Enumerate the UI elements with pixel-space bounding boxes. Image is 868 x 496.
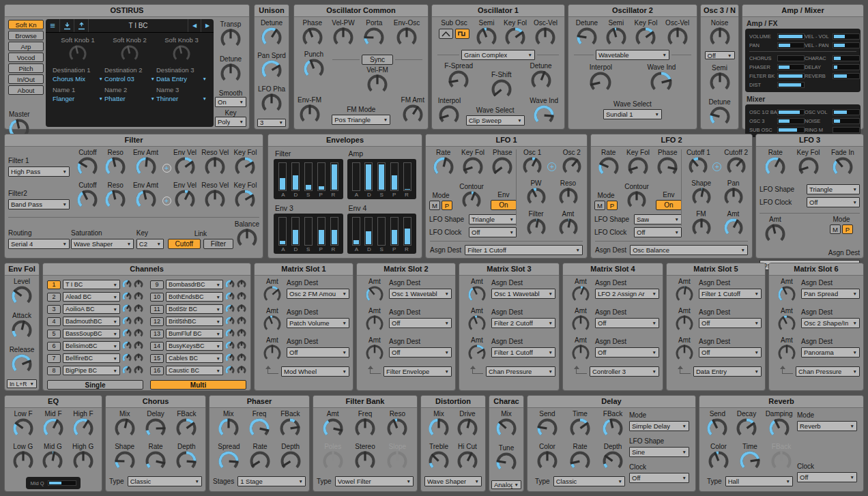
- env-stage-slider[interactable]: [304, 162, 313, 191]
- channel-pan-knob[interactable]: [134, 366, 143, 375]
- channel-patch-select[interactable]: BassSoupBC▼: [63, 329, 120, 338]
- channel-patch-select[interactable]: Caustic BC▼: [166, 366, 223, 375]
- knob-mid-f[interactable]: Mid F: [43, 410, 63, 439]
- phaser-stages-select[interactable]: 1 Stage▼: [237, 476, 306, 486]
- mod-source-select[interactable]: Chan Pressure▼: [486, 366, 555, 377]
- env-stage-slider[interactable]: [390, 162, 399, 191]
- channel-number-button[interactable]: 11: [150, 305, 164, 314]
- channel-volume-knob[interactable]: [225, 341, 235, 351]
- knob-osc3-semi[interactable]: Semi: [710, 64, 730, 93]
- knob-low-g[interactable]: Low G: [13, 443, 33, 471]
- asgn-dest-select[interactable]: Off▼: [699, 318, 762, 328]
- knob-pan-spread[interactable]: Pan Sprd: [257, 52, 286, 81]
- mid-q-slider[interactable]: [48, 480, 76, 486]
- routing-select[interactable]: Serial 4▼: [8, 239, 70, 249]
- channel-number-button[interactable]: 15: [150, 354, 164, 363]
- soft-dest-select[interactable]: Control 03▼: [104, 75, 155, 83]
- knob-matrix-amt[interactable]: Amt: [258, 336, 287, 362]
- asgn-dest-select[interactable]: Osc 1 Wavetabl▼: [491, 289, 555, 299]
- knob-reso-vel[interactable]: Reso Vel: [201, 181, 229, 210]
- knob-hi-cut[interactable]: Hi Cut: [457, 443, 478, 471]
- knob-env-osc[interactable]: Env-Osc: [394, 19, 420, 48]
- lfo1-env-on-button[interactable]: On: [491, 200, 517, 210]
- channel-patch-select[interactable]: BelisimoBC▼: [63, 341, 120, 351]
- knob-interpol[interactable]: Interpol: [590, 63, 612, 93]
- key-mode-select[interactable]: Poly▼: [215, 117, 246, 127]
- knob-damping[interactable]: Damping: [766, 410, 793, 439]
- knob-matrix-amt[interactable]: Amt: [463, 307, 491, 333]
- knob-osc-vel[interactable]: Osc-Vel: [534, 19, 558, 48]
- charac-type-select[interactable]: Analog▼: [491, 480, 521, 489]
- knob-matrix-amt[interactable]: Amt: [360, 278, 389, 304]
- lfo1-mode-p-button[interactable]: P: [442, 201, 452, 210]
- knob-rate[interactable]: Rate: [570, 443, 590, 471]
- knob-detune[interactable]: Detune: [530, 62, 551, 91]
- channel-volume-knob[interactable]: [122, 317, 132, 326]
- asgn-dest-select[interactable]: Off▼: [389, 347, 452, 358]
- knob-unison-detune[interactable]: Detune: [261, 19, 283, 48]
- lfo2-env-on-button[interactable]: On: [656, 200, 682, 210]
- lfo2-shape-select[interactable]: Saw▼: [634, 214, 682, 224]
- knob-contour[interactable]: Contour: [459, 183, 484, 210]
- channel-pan-knob[interactable]: [134, 292, 143, 302]
- reverb-type-select[interactable]: Hall▼: [725, 476, 793, 486]
- saturation-select[interactable]: Wave Shaper▼: [71, 239, 134, 249]
- knob-mix[interactable]: Mix: [115, 410, 135, 439]
- knob-balance[interactable]: Balance: [235, 220, 259, 249]
- knob-matrix-amt[interactable]: Amt: [463, 336, 491, 362]
- knob-cutoff[interactable]: Cutoff: [77, 181, 98, 210]
- knob-drive[interactable]: Drive: [457, 410, 478, 439]
- knob-matrix-amt[interactable]: Amt: [258, 307, 287, 333]
- env-stage-slider[interactable]: [278, 217, 287, 246]
- knob-delay[interactable]: Delay: [145, 410, 166, 439]
- knob-osc-2[interactable]: Osc 2: [562, 149, 581, 176]
- filter-key-select[interactable]: C2▼: [136, 239, 164, 249]
- knob-key-fol[interactable]: Key Fol: [797, 149, 820, 177]
- env-stage-slider[interactable]: [330, 162, 338, 191]
- knob-charac-tune[interactable]: Tune: [496, 444, 517, 473]
- knob-amt[interactable]: Amt: [323, 410, 343, 439]
- knob-rate[interactable]: Rate: [598, 149, 619, 177]
- delay-clock-select[interactable]: Off▼: [629, 473, 689, 483]
- env-fol-input-select[interactable]: In L+R▼: [7, 379, 37, 388]
- knob-mix[interactable]: Mix: [218, 410, 239, 439]
- mod-source-select[interactable]: Mod Wheel▼: [281, 366, 349, 377]
- channel-volume-knob[interactable]: [122, 353, 132, 363]
- reverb-mode-select[interactable]: Reverb▼: [797, 421, 857, 431]
- env-stage-slider[interactable]: [317, 217, 326, 246]
- lfo2-clock-select[interactable]: Off▼: [634, 227, 682, 237]
- knob-rate[interactable]: Rate: [765, 149, 785, 177]
- knob-key-fol[interactable]: Key Fol: [233, 181, 257, 210]
- knob-fback[interactable]: FBack: [176, 410, 197, 439]
- knob-matrix-amt[interactable]: Amt: [772, 307, 801, 333]
- multi-mode-button[interactable]: Multi: [150, 380, 246, 390]
- channel-volume-knob[interactable]: [122, 304, 132, 314]
- knob-freq[interactable]: Freq: [249, 410, 270, 439]
- knob-contour[interactable]: Contour: [624, 183, 649, 210]
- channel-patch-select[interactable]: AoilioA BC▼: [63, 304, 120, 314]
- knob-phase[interactable]: Phase: [302, 19, 323, 48]
- knob-osc-1[interactable]: Osc 1: [523, 149, 542, 176]
- env-stage-slider[interactable]: [352, 162, 360, 191]
- env-stage-slider[interactable]: [352, 217, 360, 246]
- reverb-clock-select[interactable]: Off▼: [797, 472, 857, 482]
- channel-pan-knob[interactable]: [134, 280, 143, 289]
- filter1-type-select[interactable]: High Pass▼: [8, 166, 70, 177]
- slider-vel-pan[interactable]: [833, 42, 860, 48]
- osc2-waveform-select[interactable]: Sundial 1▼: [603, 109, 662, 119]
- knob-shape[interactable]: Shape: [115, 443, 135, 471]
- knob-matrix-amt[interactable]: Amt: [772, 336, 801, 362]
- asgn-dest-select[interactable]: Off▼: [287, 347, 349, 358]
- knob-reso[interactable]: Reso: [387, 410, 407, 439]
- asgn-dest-select[interactable]: Osc 2 FM Amou▼: [287, 289, 349, 299]
- unison-voices-select[interactable]: 3▼: [257, 119, 286, 127]
- channel-volume-knob[interactable]: [225, 317, 235, 326]
- channel-number-button[interactable]: 12: [150, 317, 164, 326]
- knob-color[interactable]: Color: [537, 443, 558, 471]
- slider-pan[interactable]: [777, 42, 805, 48]
- asgn-dest-select[interactable]: Off▼: [595, 318, 659, 328]
- knob-lfo-phase[interactable]: LFO Pha: [258, 85, 285, 114]
- knob-send[interactable]: Send: [537, 410, 558, 439]
- slider-sub-osc[interactable]: [777, 127, 805, 133]
- export-preset-icon[interactable]: [74, 19, 89, 32]
